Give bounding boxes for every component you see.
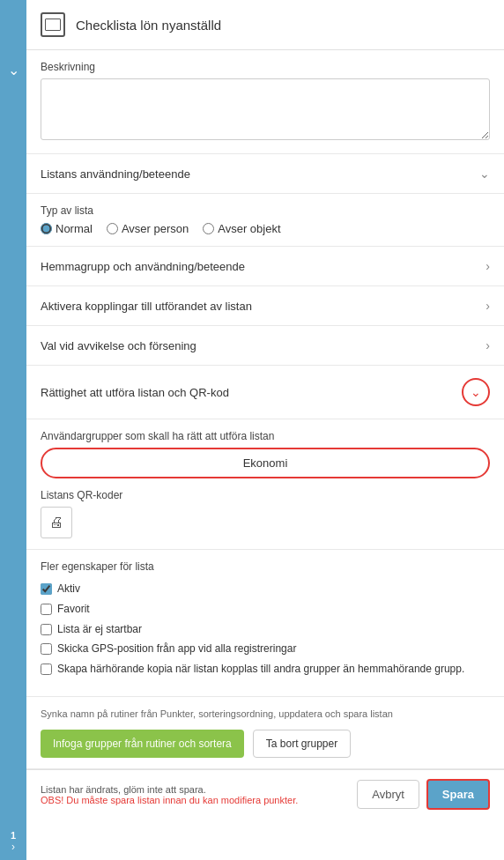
- fler-egenskaper-title: Fler egenskaper för lista: [41, 560, 490, 573]
- beskrivning-input[interactable]: [41, 78, 490, 140]
- footer-message: Listan har ändrats, glöm inte att spara.: [41, 784, 357, 795]
- radio-avser-person-input[interactable]: [107, 223, 118, 234]
- checkbox-gps[interactable]: [41, 643, 52, 655]
- checkbox-ej-startbar-row: Lista är ej startbar: [41, 622, 490, 637]
- sidebar-number: 1: [11, 830, 16, 841]
- hemmagrupp-title: Hemmagrupp och användning/beteende: [41, 260, 245, 273]
- radio-normal[interactable]: Normal: [41, 222, 93, 235]
- print-icon: 🖨: [49, 515, 63, 530]
- footer: Listan har ändrats, glöm inte att spara.…: [26, 769, 504, 819]
- checkbox-aktiv-row: Aktiv: [41, 582, 490, 597]
- sidebar-collapse-arrow[interactable]: ⌄: [8, 62, 19, 78]
- sync-text: Synka namn på rutiner från Punkter, sort…: [41, 708, 490, 721]
- checkbox-gps-label: Skicka GPS-position från app vid alla re…: [57, 641, 296, 656]
- checkbox-ej-startbar[interactable]: [41, 624, 52, 635]
- listans-anvandning-chevron: ⌄: [479, 167, 490, 181]
- avvikelse-header[interactable]: Val vid avvikelse och försening ›: [26, 326, 504, 366]
- qr-print-button[interactable]: 🖨: [41, 507, 72, 538]
- beskrivning-label: Beskrivning: [41, 61, 490, 73]
- typ-av-lista-label: Typ av lista: [41, 204, 490, 217]
- typ-av-lista-section: Typ av lista Normal Avser person Avser o…: [26, 194, 504, 247]
- footer-warning: OBS! Du måste spara listan innan du kan …: [41, 795, 357, 805]
- checkbox-ej-startbar-label: Lista är ej startbar: [57, 622, 142, 637]
- footer-messages: Listan har ändrats, glöm inte att spara.…: [41, 784, 357, 805]
- checkbox-aktiv[interactable]: [41, 583, 52, 595]
- anvandargrupper-input[interactable]: [41, 448, 490, 478]
- radio-avser-person[interactable]: Avser person: [107, 222, 189, 235]
- kopplingar-chevron: ›: [485, 299, 490, 313]
- checkbox-kopia-label: Skapa härhörande kopia när listan koppla…: [57, 662, 464, 677]
- checkbox-kopia[interactable]: [41, 664, 52, 675]
- spara-button[interactable]: Spara: [426, 779, 490, 810]
- page-title: Checklista lön nyanställd: [76, 18, 221, 33]
- rattighet-title: Rättighet att utföra listan och QR-kod: [41, 386, 229, 399]
- document-icon: [41, 12, 65, 37]
- listans-anvandning-header[interactable]: Listans användning/beteende ⌄: [26, 154, 504, 194]
- radio-avser-objekt[interactable]: Avser objekt: [203, 222, 280, 235]
- checkbox-favorit[interactable]: [41, 604, 52, 615]
- fler-egenskaper-section: Fler egenskaper för lista Aktiv Favorit …: [26, 550, 504, 697]
- radio-avser-objekt-input[interactable]: [203, 223, 214, 234]
- checkbox-favorit-row: Favorit: [41, 602, 490, 617]
- left-sidebar: ⌄ 1 ›: [0, 0, 26, 860]
- kopplingar-header[interactable]: Aktivera kopplingar till utförandet av l…: [26, 286, 504, 326]
- radio-normal-label: Normal: [56, 222, 93, 235]
- checkbox-favorit-label: Favorit: [57, 602, 90, 617]
- radio-normal-input[interactable]: [41, 223, 52, 234]
- sidebar-down-icon[interactable]: ›: [11, 841, 15, 853]
- sync-buttons: Infoga grupper från rutiner och sortera …: [41, 730, 490, 758]
- rattighet-header[interactable]: Rättighet att utföra listan och QR-kod ⌄: [26, 366, 504, 419]
- avvikelse-title: Val vid avvikelse och försening: [41, 339, 196, 352]
- anvandargrupper-section: Användargrupper som skall ha rätt att ut…: [26, 419, 504, 550]
- typ-av-lista-options: Normal Avser person Avser objekt: [41, 222, 490, 235]
- beskrivning-section: Beskrivning: [26, 50, 504, 154]
- radio-avser-person-label: Avser person: [122, 222, 189, 235]
- main-content: Checklista lön nyanställd Beskrivning Li…: [26, 0, 504, 860]
- hemmagrupp-chevron: ›: [485, 259, 490, 273]
- radio-avser-objekt-label: Avser objekt: [218, 222, 280, 235]
- footer-buttons: Avbryt Spara: [357, 779, 490, 810]
- checkbox-kopia-row: Skapa härhörande kopia när listan koppla…: [41, 662, 490, 677]
- infoga-grupper-button[interactable]: Infoga grupper från rutiner och sortera: [41, 730, 244, 758]
- avbryt-button[interactable]: Avbryt: [357, 780, 419, 809]
- avvikelse-chevron: ›: [485, 338, 490, 352]
- listans-anvandning-title: Listans användning/beteende: [41, 167, 190, 181]
- anvandargrupper-label: Användargrupper som skall ha rätt att ut…: [41, 430, 490, 442]
- rattighet-chevron-circle[interactable]: ⌄: [462, 378, 490, 406]
- kopplingar-title: Aktivera kopplingar till utförandet av l…: [41, 300, 252, 313]
- page-header: Checklista lön nyanställd: [26, 0, 504, 50]
- hemmagrupp-header[interactable]: Hemmagrupp och användning/beteende ›: [26, 247, 504, 286]
- ta-bort-grupper-button[interactable]: Ta bort grupper: [253, 730, 351, 758]
- qr-koder-label: Listans QR-koder: [41, 489, 490, 501]
- checkbox-aktiv-label: Aktiv: [57, 582, 80, 597]
- sync-section: Synka namn på rutiner från Punkter, sort…: [26, 697, 504, 769]
- checkbox-gps-row: Skicka GPS-position från app vid alla re…: [41, 641, 490, 656]
